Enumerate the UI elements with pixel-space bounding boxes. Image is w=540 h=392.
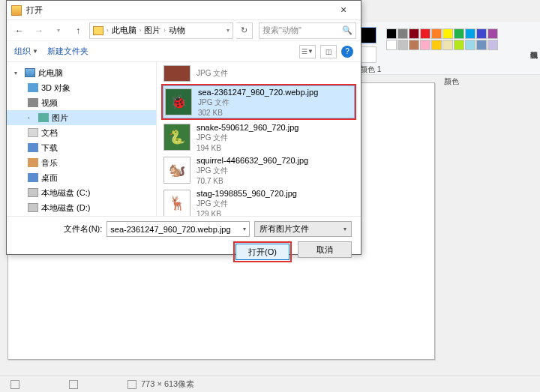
file-size: 302 KB bbox=[198, 109, 318, 117]
color2-swatch[interactable] bbox=[360, 46, 376, 63]
color-swatch[interactable] bbox=[442, 28, 453, 39]
tree-docs[interactable]: 文档 bbox=[7, 125, 156, 140]
status-selection bbox=[69, 379, 82, 389]
file-type: JPG 文件 bbox=[196, 133, 298, 143]
filetype-filter[interactable]: 所有图片文件▾ bbox=[254, 221, 352, 237]
color-swatch[interactable] bbox=[454, 40, 464, 50]
color-swatch[interactable] bbox=[398, 40, 408, 50]
folder-icon bbox=[93, 26, 104, 35]
status-dimensions: 773 × 613像素 bbox=[128, 379, 194, 390]
dialog-titlebar: 打开 × bbox=[7, 1, 361, 20]
color-swatch[interactable] bbox=[409, 28, 419, 39]
back-button[interactable]: ← bbox=[11, 22, 28, 39]
highlight-annotation: 打开(O) bbox=[233, 241, 292, 262]
file-size: 129 KB bbox=[196, 210, 297, 217]
tree-music[interactable]: 音乐 bbox=[7, 155, 156, 170]
color-palette bbox=[386, 28, 498, 50]
thumbnail: 🐿️ bbox=[164, 157, 190, 184]
cancel-button[interactable]: 取消 bbox=[298, 241, 352, 258]
status-bar: 773 × 613像素 bbox=[0, 376, 540, 392]
filename-input[interactable]: sea-2361247_960_720.webp.jpg▾ bbox=[106, 221, 250, 237]
file-item[interactable]: 🦌 stag-1998855_960_720.jpg JPG 文件 129 KB bbox=[161, 187, 356, 216]
crumb-mid[interactable]: 图片 bbox=[144, 25, 160, 36]
chevron-down-icon: ▾ bbox=[344, 226, 346, 232]
color-swatch[interactable] bbox=[454, 28, 464, 39]
color1-swatch[interactable] bbox=[360, 27, 376, 43]
dialog-icon bbox=[11, 5, 22, 16]
new-folder-button[interactable]: 新建文件夹 bbox=[47, 46, 88, 57]
preview-pane-button[interactable]: ◫ bbox=[320, 45, 337, 58]
file-item[interactable]: 🐞 sea-2361247_960_720.webp.jpg JPG 文件 30… bbox=[163, 85, 355, 118]
color-swatch[interactable] bbox=[386, 28, 397, 39]
tree-video[interactable]: 视频 bbox=[7, 95, 156, 110]
chevron-icon: › bbox=[140, 27, 142, 34]
color-swatch[interactable] bbox=[431, 28, 442, 39]
refresh-button[interactable]: ↻ bbox=[236, 22, 253, 39]
file-item[interactable]: 🐿️ squirrel-4466632_960_720.jpg JPG 文件 7… bbox=[161, 154, 356, 187]
thumbnail: 🐍 bbox=[164, 124, 190, 151]
crumb-root[interactable]: 此电脑 bbox=[112, 25, 136, 36]
filename-label: 文件名(N): bbox=[64, 223, 102, 235]
color1-label: 颜色 1 bbox=[360, 64, 381, 75]
color-swatch[interactable] bbox=[420, 28, 430, 39]
search-input[interactable]: 搜索"动物" 🔍 bbox=[259, 22, 356, 39]
file-type: JPG 文件 bbox=[196, 199, 297, 209]
chevron-icon: › bbox=[106, 27, 109, 34]
file-name: snake-590612_960_720.jpg bbox=[196, 123, 298, 132]
color-swatch[interactable] bbox=[465, 28, 476, 39]
recent-dropdown[interactable]: ▾ bbox=[50, 22, 67, 39]
color-swatch[interactable] bbox=[431, 40, 442, 50]
dialog-toolbar: 组织▼ 新建文件夹 ☰▼ ◫ ? bbox=[7, 41, 361, 62]
tree-desktop[interactable]: 桌面 bbox=[7, 170, 156, 185]
tree-pictures[interactable]: ›图片 bbox=[7, 110, 156, 125]
color-swatch[interactable] bbox=[409, 40, 419, 50]
file-name: squirrel-4466632_960_720.jpg bbox=[196, 156, 308, 165]
tree-drive-c[interactable]: 本地磁盘 (C:) bbox=[7, 185, 156, 200]
tree-drive-d[interactable]: 本地磁盘 (D:) bbox=[7, 200, 156, 215]
file-item[interactable]: 🐍 snake-590612_960_720.jpg JPG 文件 194 KB bbox=[161, 121, 356, 154]
view-mode-button[interactable]: ☰▼ bbox=[299, 45, 316, 58]
color-swatch[interactable] bbox=[398, 28, 408, 39]
file-item[interactable]: JPG 文件 bbox=[161, 64, 356, 83]
file-name: stag-1998855_960_720.jpg bbox=[196, 189, 297, 198]
color-swatch[interactable] bbox=[488, 28, 498, 39]
color-swatch[interactable] bbox=[476, 28, 487, 39]
tree-3d[interactable]: 3D 对象 bbox=[7, 80, 156, 95]
dialog-body: ▾此电脑 3D 对象 视频 ›图片 文档 下载 音乐 桌面 本地磁盘 (C:) … bbox=[7, 62, 361, 216]
file-type: JPG 文件 bbox=[196, 166, 308, 176]
chevron-down-icon[interactable]: ▾ bbox=[226, 27, 230, 34]
chevron-down-icon[interactable]: ▾ bbox=[243, 226, 246, 232]
help-button[interactable]: ? bbox=[341, 46, 353, 58]
crumb-leaf[interactable]: 动物 bbox=[169, 25, 185, 36]
color-swatch[interactable] bbox=[476, 40, 487, 50]
tree-downloads[interactable]: 下载 bbox=[7, 140, 156, 155]
file-name: sea-2361247_960_720.webp.jpg bbox=[198, 88, 318, 97]
highlight-annotation: 🐞 sea-2361247_960_720.webp.jpg JPG 文件 30… bbox=[161, 84, 356, 120]
up-button[interactable]: ↑ bbox=[70, 22, 86, 39]
colors-group-label: 颜色 bbox=[444, 76, 459, 87]
dialog-footer: 文件名(N): sea-2361247_960_720.webp.jpg▾ 所有… bbox=[7, 216, 361, 267]
tree-drive-e[interactable]: project (E:) bbox=[7, 215, 156, 216]
color-swatch[interactable] bbox=[465, 40, 476, 50]
close-button[interactable]: × bbox=[331, 3, 356, 18]
open-button[interactable]: 打开(O) bbox=[236, 244, 290, 260]
chevron-icon: › bbox=[164, 27, 166, 34]
organize-menu[interactable]: 组织▼ bbox=[14, 46, 38, 57]
search-placeholder: 搜索"动物" bbox=[262, 25, 302, 36]
color-swatch[interactable] bbox=[442, 40, 453, 50]
dialog-title: 打开 bbox=[26, 4, 331, 16]
search-icon: 🔍 bbox=[342, 25, 352, 35]
nav-tree[interactable]: ▾此电脑 3D 对象 视频 ›图片 文档 下载 音乐 桌面 本地磁盘 (C:) … bbox=[7, 62, 157, 216]
color-swatch[interactable] bbox=[386, 40, 397, 50]
file-list[interactable]: JPG 文件 🐞 sea-2361247_960_720.webp.jpg JP… bbox=[157, 62, 361, 216]
file-size: 194 KB bbox=[196, 144, 298, 152]
color-swatch[interactable] bbox=[420, 40, 430, 50]
color-swatch[interactable] bbox=[488, 40, 498, 50]
forward-button: → bbox=[31, 22, 47, 39]
file-type: JPG 文件 bbox=[196, 68, 228, 79]
tree-this-pc[interactable]: ▾此电脑 bbox=[7, 65, 156, 80]
thumbnail: 🐞 bbox=[165, 88, 192, 115]
file-size: 70.7 KB bbox=[196, 177, 308, 185]
thumbnail: 🦌 bbox=[164, 190, 190, 216]
breadcrumb[interactable]: › 此电脑 › 图片 › 动物 ▾ bbox=[89, 22, 233, 39]
